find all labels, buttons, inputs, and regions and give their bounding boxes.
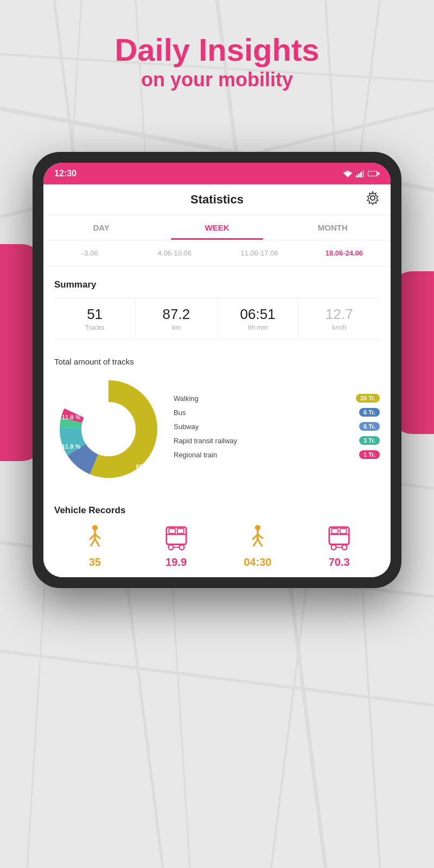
stat-speed: 12.7 km/h (299, 298, 380, 339)
legend-regional-badge: 1 Tr. (359, 450, 380, 459)
svg-point-42 (168, 545, 173, 550)
svg-rect-39 (169, 528, 175, 533)
tab-week[interactable]: WEEK (159, 215, 275, 240)
date-item-0[interactable]: -3.06 (49, 247, 131, 259)
svg-line-50 (258, 539, 262, 546)
vehicle-walking2: 04:30 (244, 525, 271, 569)
walking-icon-1 (81, 525, 108, 552)
stat-tracks-value: 51 (57, 306, 132, 323)
app-title: Statistics (190, 193, 244, 207)
header-title-line2: on your mobility (0, 67, 434, 93)
svg-rect-23 (368, 171, 376, 176)
svg-rect-54 (340, 528, 347, 533)
tabs-container: DAY WEEK MONTH (43, 215, 391, 240)
svg-point-24 (371, 196, 375, 200)
legend-rapid: Rapid transit railway 3 Tr. (174, 436, 380, 445)
date-item-1[interactable]: 4.06-10.06 (133, 247, 215, 259)
svg-rect-53 (331, 528, 338, 533)
vehicle-bus: 19.9 (163, 525, 190, 569)
tab-day[interactable]: DAY (43, 215, 159, 240)
legend-rapid-badge: 3 Tr. (359, 436, 380, 445)
legend-walking-label: Walking (174, 394, 199, 403)
summary-title: Summary (54, 279, 380, 290)
vehicle-records-section: Vehicle Records 35 (43, 496, 391, 577)
svg-point-56 (331, 545, 336, 550)
date-range-bar: -3.06 4.06-10.06 11.06-17.06 18.06-24.06 (43, 240, 391, 266)
svg-rect-19 (360, 172, 362, 177)
legend-bus-badge: 6 Tr. (359, 408, 380, 417)
tab-month[interactable]: MONTH (275, 215, 391, 240)
stat-tracks-unit: Tracks (57, 324, 132, 331)
stat-speed-value: 12.7 (302, 306, 377, 323)
status-icons (343, 170, 380, 177)
donut-chart: 68.6 % 11.8 % 11.8 % (54, 375, 163, 483)
legend-rapid-label: Rapid transit railway (174, 437, 237, 445)
header-title-line1: Daily Insights (0, 33, 434, 67)
legend-subway-label: Subway (174, 423, 199, 431)
stat-speed-unit: km/h (302, 324, 377, 331)
legend-walking: Walking 35 Tr. (174, 394, 380, 403)
stat-time-value: 06:51 (220, 306, 296, 323)
svg-rect-40 (177, 528, 183, 533)
status-bar: 12:30 (43, 163, 391, 184)
stat-time-unit: hh:mm (220, 324, 296, 331)
vehicle-records-title: Vehicle Records (54, 505, 380, 516)
svg-line-36 (95, 539, 99, 546)
legend-regional-label: Regional train (174, 451, 217, 459)
date-item-3[interactable]: 18.06-24.06 (303, 247, 385, 259)
vehicle-train: 70.3 (326, 525, 353, 569)
tracks-section: Total amount of tracks (43, 348, 391, 492)
stat-tracks: 51 Tracks (54, 298, 136, 339)
vehicle-walking2-value: 04:30 (244, 556, 271, 569)
vehicle-train-value: 70.3 (329, 556, 350, 569)
date-item-2[interactable]: 11.06-17.06 (219, 247, 301, 259)
settings-button[interactable] (366, 191, 380, 208)
summary-section: Summary 51 Tracks 87.2 km 06:51 hh:mm 12… (43, 271, 391, 348)
summary-stats: 51 Tracks 87.2 km 06:51 hh:mm 12.7 km/h (54, 298, 380, 340)
walking-icon-2 (244, 525, 271, 552)
train-icon (326, 525, 353, 552)
wifi-icon (343, 170, 353, 177)
phone-frame: 12:30 (33, 152, 401, 588)
legend-subway: Subway 6 Tr. (174, 422, 380, 431)
phone-screen: 12:30 (43, 163, 391, 577)
legend-regional: Regional train 1 Tr. (174, 450, 380, 459)
svg-line-49 (253, 539, 258, 546)
stat-km: 87.2 km (136, 298, 217, 339)
svg-line-35 (91, 539, 95, 546)
legend-bus-label: Bus (174, 409, 186, 417)
svg-rect-17 (356, 175, 358, 177)
vehicle-bus-value: 19.9 (165, 556, 187, 569)
status-time: 12:30 (54, 169, 76, 178)
svg-rect-18 (358, 174, 360, 177)
svg-point-57 (342, 545, 347, 550)
vehicle-grid: 35 19.9 (54, 525, 380, 569)
stat-km-value: 87.2 (138, 306, 214, 323)
stat-km-unit: km (138, 324, 214, 331)
stat-time: 06:51 hh:mm (218, 298, 299, 339)
svg-point-43 (179, 545, 184, 550)
legend-subway-badge: 6 Tr. (359, 422, 380, 431)
svg-rect-20 (362, 170, 364, 177)
bus-icon (163, 525, 190, 552)
legend-bus: Bus 6 Tr. (174, 408, 380, 417)
chart-legend: Walking 35 Tr. Bus 6 Tr. Subway 6 Tr. Ra… (174, 394, 380, 464)
legend-walking-badge: 35 Tr. (356, 394, 380, 403)
app-header: Statistics (43, 184, 391, 215)
tracks-title: Total amount of tracks (54, 357, 380, 366)
svg-rect-22 (378, 173, 380, 175)
tracks-chart: 68.6 % 11.8 % 11.8 % Walking 35 Tr. Bus … (54, 375, 380, 483)
battery-icon (368, 170, 380, 177)
svg-rect-37 (166, 527, 186, 545)
vehicle-walking1: 35 (81, 525, 108, 569)
header-section: Daily Insights on your mobility (0, 33, 434, 93)
vehicle-walking1-value: 35 (89, 556, 101, 569)
signal-icon (356, 170, 365, 177)
svg-point-30 (81, 402, 136, 456)
